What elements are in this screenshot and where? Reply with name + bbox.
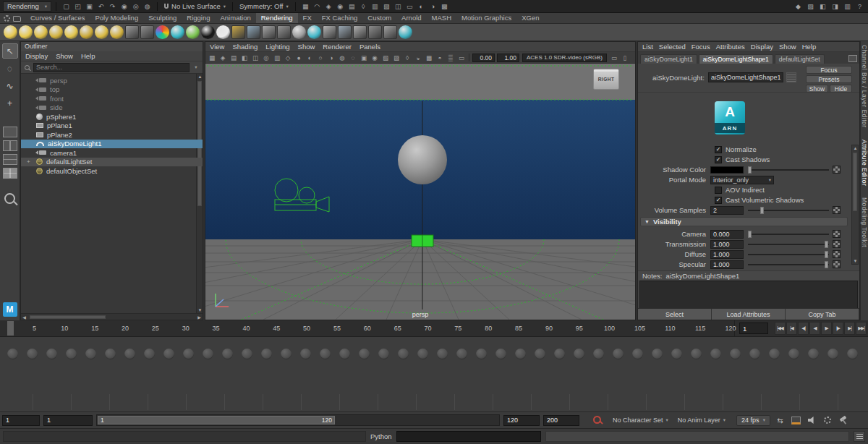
overscan-icon[interactable]: ▥ <box>272 53 282 62</box>
shelf-tab-custom[interactable]: Custom <box>362 13 396 23</box>
shadow-color-slider[interactable] <box>748 166 829 174</box>
outliner-filter-button[interactable]: ▾ <box>192 64 200 70</box>
show-button[interactable]: Show <box>806 85 828 93</box>
fog-icon[interactable]: ▒ <box>446 53 456 62</box>
slider-handle[interactable] <box>825 241 828 248</box>
playback-start-field[interactable]: 1 <box>43 415 93 426</box>
shelf-tab-motion-graphics[interactable]: Motion Graphics <box>456 13 516 23</box>
scroll-up-icon[interactable]: ▲ <box>852 145 859 151</box>
default-material-icon[interactable]: ◒ <box>413 53 423 62</box>
script-editor-button[interactable] <box>854 431 865 442</box>
playback-range-slider[interactable]: 1 120 <box>96 414 500 426</box>
render-current-frame-shelf-icon[interactable] <box>307 25 321 39</box>
animation-start-field[interactable]: 1 <box>2 415 40 426</box>
lock-camera-icon[interactable]: ◈ <box>218 53 228 62</box>
outliner-item-camera1[interactable]: camera1 <box>21 148 203 158</box>
arnold-area-light-icon[interactable] <box>95 25 109 39</box>
aov-indirect-checkbox[interactable]: ✓ <box>715 187 722 194</box>
select-tool-mode-icon[interactable]: ◉ <box>119 1 129 11</box>
save-scene-icon[interactable]: ▣ <box>84 1 95 11</box>
node-editor-icon[interactable] <box>383 25 397 39</box>
select-tool-icon[interactable]: ↖ <box>2 43 18 59</box>
attr-menu-selected[interactable]: Selected <box>659 43 686 51</box>
animation-preferences-button[interactable] <box>838 414 850 426</box>
arnold-skydome-light-icon[interactable] <box>110 25 124 39</box>
outliner-item-aiskydomelight1[interactable]: aiSkyDomeLight1 <box>21 140 203 149</box>
resolution-gate-icon[interactable]: ▭ <box>609 53 619 62</box>
texture-editor-icon[interactable] <box>353 25 367 39</box>
slider-handle[interactable] <box>825 261 828 268</box>
fps-selector[interactable]: 24 fps ▾ <box>736 415 770 426</box>
sphere-object[interactable] <box>398 135 447 184</box>
snap-to-curves-icon[interactable]: ◠ <box>312 1 323 11</box>
shelf-tab-rigging[interactable]: Rigging <box>182 13 215 23</box>
render-settings-icon[interactable]: ▩ <box>439 1 450 11</box>
ipr-render-shelf-icon[interactable] <box>292 25 306 39</box>
snap-to-view-planes-icon[interactable]: ▤ <box>346 1 357 11</box>
render-current-frame-icon[interactable]: ◐ <box>416 1 427 11</box>
outliner-item-defaultlightset[interactable]: +defaultLightSet <box>21 158 203 167</box>
outliner-item-pplane1[interactable]: pPlane1 <box>21 121 203 131</box>
go-to-start-button[interactable]: |◀◀ <box>775 322 786 335</box>
directional-light-icon[interactable] <box>19 25 33 39</box>
command-language-label[interactable]: Python <box>370 432 392 440</box>
expander-icon[interactable]: + <box>27 158 30 165</box>
panel-layout-icon[interactable]: ◨ <box>830 1 841 11</box>
visibility-section-header[interactable]: ▼ Visibility <box>640 217 848 226</box>
attr-footer-select-button[interactable]: Select <box>638 309 712 320</box>
slider-handle[interactable] <box>825 251 828 258</box>
layout-single-pane-button[interactable] <box>3 127 17 137</box>
outliner-menu-display[interactable]: Display <box>25 52 48 60</box>
isolate-select-icon[interactable]: ◉ <box>370 53 380 62</box>
viewport-canvas[interactable]: RIGHT persp <box>205 64 635 320</box>
node-name-field[interactable] <box>708 72 783 82</box>
step-back-key-button[interactable]: ◀| <box>798 322 809 335</box>
undo-icon[interactable]: ↶ <box>95 1 106 11</box>
viewport-menu-shading[interactable]: Shading <box>232 43 258 51</box>
viewport-menu-lighting[interactable]: Lighting <box>265 43 289 51</box>
transmission-slider[interactable] <box>748 240 829 249</box>
ipr-render-icon[interactable]: ◑ <box>427 1 438 11</box>
viewport-menu-view[interactable]: View <box>210 43 224 51</box>
hypershade-icon[interactable] <box>247 25 260 39</box>
shelf-tabs-toggle-icon[interactable] <box>13 16 21 22</box>
shelf-tab-poly-modeling[interactable]: Poly Modeling <box>90 13 144 23</box>
current-frame-field[interactable]: 1 <box>739 323 768 334</box>
specular-field[interactable]: 1.000 <box>710 260 744 269</box>
shelf-tab-fx[interactable]: FX <box>298 13 317 23</box>
shaded-mode-icon[interactable]: ● <box>294 53 304 62</box>
scroll-thumb[interactable] <box>853 153 857 211</box>
point-light-icon[interactable] <box>34 25 48 39</box>
transmission-field[interactable]: 1.000 <box>710 240 744 249</box>
symmetry-selector[interactable]: Symmetry: Off ▾ <box>237 2 291 10</box>
scroll-left-icon[interactable]: ◀ <box>21 314 27 320</box>
slider-handle[interactable] <box>760 207 764 214</box>
anim-layer-selector[interactable]: No Anim Layer ▾ <box>678 417 726 424</box>
viewport-menu-renderer[interactable]: Renderer <box>323 43 352 51</box>
shelf-tab-fx-caching[interactable]: FX Caching <box>317 13 363 23</box>
sound-button[interactable] <box>806 414 818 426</box>
outliner-item-side[interactable]: side <box>21 103 203 113</box>
normalize-checkbox[interactable]: ✓ <box>715 146 722 153</box>
outliner-search-input[interactable] <box>33 63 190 72</box>
shadow-color-swatch[interactable] <box>710 166 744 174</box>
lambert-shader-icon[interactable] <box>186 25 200 39</box>
node-history-icon[interactable] <box>786 72 796 82</box>
uv-editor-icon[interactable] <box>368 25 382 39</box>
render-view-icon[interactable] <box>262 25 276 39</box>
view-transform-selector[interactable]: ACES 1.0 SDR-video (sRGB) <box>522 54 607 62</box>
viewport-menu-show[interactable]: Show <box>298 43 315 51</box>
portal-mode-dropdown[interactable]: interior_only ▾ <box>710 176 774 184</box>
spot-light-icon[interactable] <box>49 25 63 39</box>
multisample-icon[interactable]: ▣ <box>359 53 369 62</box>
render-settings-shelf-icon[interactable] <box>277 25 291 39</box>
loop-mode-button[interactable]: ⇆ <box>774 414 786 426</box>
shelf-tab-arnold[interactable]: Arnold <box>396 13 426 23</box>
area-light-icon[interactable] <box>64 25 78 39</box>
lasso-select-tool-icon[interactable]: ◌ <box>2 61 18 76</box>
map-texture-button[interactable] <box>833 240 841 248</box>
screen-space-ao-icon[interactable]: ◍ <box>337 53 347 62</box>
smooth-wireframe-icon[interactable]: ◊ <box>402 53 412 62</box>
attr-menu-list[interactable]: List <box>642 43 653 51</box>
attr-menu-focus[interactable]: Focus <box>692 43 710 51</box>
